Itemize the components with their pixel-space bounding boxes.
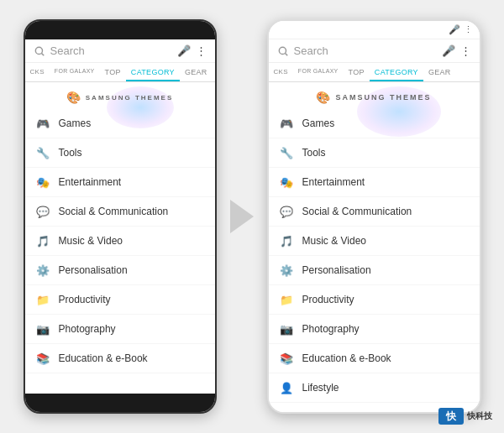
tab-category-right[interactable]: CATEGORY — [370, 63, 423, 81]
mic-icon-right-search[interactable]: 🎤 — [442, 44, 455, 57]
tab-cks-right[interactable]: CKS — [269, 63, 293, 81]
list-item[interactable]: 📁 Productivity — [25, 285, 215, 315]
svg-line-1 — [41, 53, 44, 55]
list-item[interactable]: 📚 Education & e-Book — [25, 344, 215, 373]
music-label: Music & Video — [59, 235, 123, 247]
tools-icon-r: 🔧 — [279, 145, 294, 160]
tab-forgalaxy-right[interactable]: FOR GALAXY — [293, 63, 344, 81]
left-status-bar — [25, 21, 215, 39]
watermark-brand: 快科技 — [467, 410, 492, 422]
productivity-label-r: Productivity — [302, 294, 354, 305]
svg-point-2 — [279, 47, 286, 54]
left-tabs: CKS FOR GALAXY TOP CATEGORY GEAR — [25, 63, 215, 82]
entertainment-icon: 🎭 — [35, 175, 50, 190]
watermark: 快 快科技 — [438, 408, 492, 425]
tools-label: Tools — [59, 147, 82, 159]
personalisation-icon-r: ⚙️ — [279, 263, 294, 278]
right-category-list: 🎮 Games 🔧 Tools 🎭 Entertainment 💬 Social… — [269, 109, 480, 412]
list-item[interactable]: 📚 Education & e-Book — [269, 344, 480, 373]
samsung-icon-right: 🎨 — [316, 91, 330, 104]
education-icon-r: 📚 — [279, 351, 294, 366]
list-item[interactable]: 💬 Social & Communication — [269, 197, 480, 227]
comparison-container: Search 🎤 ⋮ CKS FOR GALAXY TOP CATEGORY G… — [15, 11, 490, 422]
left-search-bar[interactable]: Search 🎤 ⋮ — [25, 39, 215, 63]
tab-forgalaxy-left[interactable]: FOR GALAXY — [50, 63, 100, 81]
search-icon-right — [277, 45, 289, 57]
svg-point-0 — [35, 47, 42, 54]
list-item[interactable]: 💬 Social & Communication — [25, 197, 215, 227]
productivity-icon-r: 📁 — [279, 292, 294, 307]
tab-top-right[interactable]: TOP — [344, 63, 370, 81]
games-icon: 🎮 — [35, 116, 50, 131]
search-placeholder-left: Search — [50, 44, 172, 57]
personalisation-label-r: Personalisation — [302, 264, 371, 276]
education-label-r: Education & e-Book — [302, 352, 391, 364]
list-item[interactable]: 🔧 Tools — [25, 138, 215, 168]
education-label: Education & e-Book — [59, 352, 148, 364]
list-item[interactable]: 📷 Photography — [25, 315, 215, 344]
personalisation-label: Personalisation — [59, 264, 128, 276]
productivity-icon: 📁 — [35, 292, 50, 307]
social-icon-r: 💬 — [279, 204, 294, 219]
svg-line-3 — [285, 53, 287, 55]
mic-icon-right: 🎤 — [449, 24, 460, 35]
tab-top-left[interactable]: TOP — [100, 63, 126, 81]
right-search-bar[interactable]: Search 🎤 ⋮ — [269, 39, 480, 63]
right-phone: 🎤 ⋮ Search 🎤 ⋮ CKS FOR GALAXY TOP CATEGO… — [267, 19, 481, 414]
list-item[interactable]: ⚙️ Personalisation — [25, 256, 215, 285]
samsung-icon-left: 🎨 — [66, 91, 81, 104]
list-item[interactable]: 👤 Lifestyle — [269, 373, 480, 403]
left-bottom-bar — [25, 394, 215, 412]
page-wrapper: Search 🎤 ⋮ CKS FOR GALAXY TOP CATEGORY G… — [0, 0, 504, 433]
photography-label: Photography — [59, 323, 116, 335]
music-icon-r: 🎵 — [279, 233, 294, 248]
photography-label-r: Photography — [302, 323, 360, 335]
dots-icon-right-search[interactable]: ⋮ — [460, 44, 471, 57]
lifestyle-icon-r: 👤 — [279, 380, 294, 395]
search-icon — [34, 45, 45, 57]
tab-gear-right[interactable]: GEAR — [423, 63, 456, 81]
music-icon: 🎵 — [35, 233, 50, 248]
samsung-logo-right: SAMSUNG THEMES — [335, 93, 431, 102]
tools-icon: 🔧 — [35, 145, 50, 160]
mic-icon-left[interactable]: 🎤 — [177, 44, 191, 57]
personalisation-icon: ⚙️ — [35, 263, 50, 278]
dots-icon-left[interactable]: ⋮ — [196, 44, 207, 57]
list-item[interactable]: 🎵 Music & Video — [25, 227, 215, 256]
left-samsung-header: 🎨 SAMSUNG THEMES — [25, 82, 215, 109]
list-item[interactable]: 📁 Productivity — [269, 285, 480, 315]
left-category-list: 🎮 Games 🔧 Tools 🎭 Entertainment 💬 Social… — [25, 109, 215, 394]
tab-category-left[interactable]: CATEGORY — [126, 63, 180, 81]
lifestyle-label-r: Lifestyle — [302, 382, 339, 394]
tools-label-r: Tools — [302, 147, 326, 159]
right-samsung-header: 🎨 SAMSUNG THEMES — [269, 82, 480, 109]
photography-icon: 📷 — [35, 321, 50, 336]
arrow-container — [230, 200, 254, 233]
entertainment-label: Entertainment — [59, 176, 122, 188]
left-phone: Search 🎤 ⋮ CKS FOR GALAXY TOP CATEGORY G… — [24, 19, 217, 414]
list-item[interactable]: ⚙️ Personalisation — [269, 256, 480, 285]
entertainment-icon-r: 🎭 — [279, 175, 294, 190]
photography-icon-r: 📷 — [279, 321, 294, 336]
tab-gear-left[interactable]: GEAR — [180, 63, 213, 81]
right-status-bar: 🎤 ⋮ — [269, 21, 480, 39]
list-item[interactable]: 🎵 Music & Video — [269, 227, 480, 256]
games-label-r: Games — [302, 117, 335, 129]
social-label-r: Social & Communication — [302, 206, 412, 217]
tab-cks-left[interactable]: CKS — [25, 63, 50, 81]
arrow-right-icon — [230, 200, 254, 233]
list-item[interactable]: 🔧 Tools — [269, 138, 480, 168]
education-icon: 📚 — [35, 351, 50, 366]
list-item[interactable]: 🎭 Entertainment — [269, 168, 480, 197]
social-icon: 💬 — [35, 204, 50, 219]
right-tabs: CKS FOR GALAXY TOP CATEGORY GEAR — [269, 63, 480, 82]
samsung-logo-left: SAMSUNG THEMES — [86, 94, 173, 102]
entertainment-label-r: Entertainment — [302, 176, 365, 188]
dots-icon-right: ⋮ — [464, 24, 473, 35]
music-label-r: Music & Video — [302, 235, 366, 247]
list-item[interactable]: 🎭 Entertainment — [25, 168, 215, 197]
list-item[interactable]: 📷 Photography — [269, 315, 480, 344]
games-label: Games — [59, 117, 92, 129]
left-blob — [107, 86, 174, 128]
games-icon-r: 🎮 — [279, 116, 294, 131]
